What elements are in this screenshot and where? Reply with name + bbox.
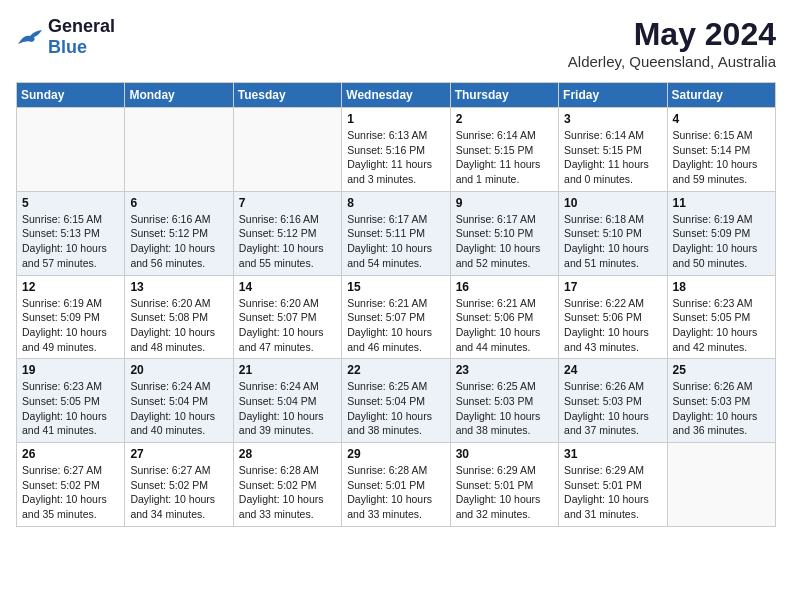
day-info: Sunrise: 6:25 AMSunset: 5:04 PMDaylight:… [347, 379, 444, 438]
table-row: 29Sunrise: 6:28 AMSunset: 5:01 PMDayligh… [342, 443, 450, 527]
logo-general: General [48, 16, 115, 36]
logo-text: General Blue [48, 16, 115, 58]
day-number: 30 [456, 447, 553, 461]
header-friday: Friday [559, 83, 667, 108]
calendar-header-row: Sunday Monday Tuesday Wednesday Thursday… [17, 83, 776, 108]
day-info: Sunrise: 6:21 AMSunset: 5:07 PMDaylight:… [347, 296, 444, 355]
day-number: 29 [347, 447, 444, 461]
day-number: 24 [564, 363, 661, 377]
day-info: Sunrise: 6:20 AMSunset: 5:07 PMDaylight:… [239, 296, 336, 355]
table-row: 22Sunrise: 6:25 AMSunset: 5:04 PMDayligh… [342, 359, 450, 443]
table-row: 31Sunrise: 6:29 AMSunset: 5:01 PMDayligh… [559, 443, 667, 527]
day-info: Sunrise: 6:23 AMSunset: 5:05 PMDaylight:… [22, 379, 119, 438]
day-info: Sunrise: 6:22 AMSunset: 5:06 PMDaylight:… [564, 296, 661, 355]
day-info: Sunrise: 6:24 AMSunset: 5:04 PMDaylight:… [239, 379, 336, 438]
day-info: Sunrise: 6:29 AMSunset: 5:01 PMDaylight:… [456, 463, 553, 522]
day-info: Sunrise: 6:20 AMSunset: 5:08 PMDaylight:… [130, 296, 227, 355]
calendar-week-row: 5Sunrise: 6:15 AMSunset: 5:13 PMDaylight… [17, 191, 776, 275]
table-row: 7Sunrise: 6:16 AMSunset: 5:12 PMDaylight… [233, 191, 341, 275]
main-title: May 2024 [568, 16, 776, 53]
table-row [233, 108, 341, 192]
calendar-week-row: 26Sunrise: 6:27 AMSunset: 5:02 PMDayligh… [17, 443, 776, 527]
day-number: 25 [673, 363, 770, 377]
day-number: 28 [239, 447, 336, 461]
header-sunday: Sunday [17, 83, 125, 108]
day-info: Sunrise: 6:15 AMSunset: 5:14 PMDaylight:… [673, 128, 770, 187]
table-row: 28Sunrise: 6:28 AMSunset: 5:02 PMDayligh… [233, 443, 341, 527]
day-number: 22 [347, 363, 444, 377]
table-row: 10Sunrise: 6:18 AMSunset: 5:10 PMDayligh… [559, 191, 667, 275]
day-number: 2 [456, 112, 553, 126]
table-row: 30Sunrise: 6:29 AMSunset: 5:01 PMDayligh… [450, 443, 558, 527]
day-number: 18 [673, 280, 770, 294]
day-number: 7 [239, 196, 336, 210]
day-info: Sunrise: 6:29 AMSunset: 5:01 PMDaylight:… [564, 463, 661, 522]
header-thursday: Thursday [450, 83, 558, 108]
table-row: 2Sunrise: 6:14 AMSunset: 5:15 PMDaylight… [450, 108, 558, 192]
day-number: 3 [564, 112, 661, 126]
day-number: 8 [347, 196, 444, 210]
day-number: 1 [347, 112, 444, 126]
day-info: Sunrise: 6:25 AMSunset: 5:03 PMDaylight:… [456, 379, 553, 438]
calendar-table: Sunday Monday Tuesday Wednesday Thursday… [16, 82, 776, 527]
logo: General Blue [16, 16, 115, 58]
logo-icon [16, 26, 44, 48]
table-row: 9Sunrise: 6:17 AMSunset: 5:10 PMDaylight… [450, 191, 558, 275]
day-info: Sunrise: 6:26 AMSunset: 5:03 PMDaylight:… [564, 379, 661, 438]
day-info: Sunrise: 6:21 AMSunset: 5:06 PMDaylight:… [456, 296, 553, 355]
day-number: 20 [130, 363, 227, 377]
day-info: Sunrise: 6:19 AMSunset: 5:09 PMDaylight:… [22, 296, 119, 355]
table-row [125, 108, 233, 192]
table-row: 26Sunrise: 6:27 AMSunset: 5:02 PMDayligh… [17, 443, 125, 527]
day-number: 5 [22, 196, 119, 210]
day-number: 9 [456, 196, 553, 210]
day-number: 26 [22, 447, 119, 461]
table-row: 20Sunrise: 6:24 AMSunset: 5:04 PMDayligh… [125, 359, 233, 443]
day-number: 10 [564, 196, 661, 210]
calendar-week-row: 19Sunrise: 6:23 AMSunset: 5:05 PMDayligh… [17, 359, 776, 443]
table-row: 3Sunrise: 6:14 AMSunset: 5:15 PMDaylight… [559, 108, 667, 192]
calendar-week-row: 12Sunrise: 6:19 AMSunset: 5:09 PMDayligh… [17, 275, 776, 359]
table-row: 13Sunrise: 6:20 AMSunset: 5:08 PMDayligh… [125, 275, 233, 359]
day-info: Sunrise: 6:14 AMSunset: 5:15 PMDaylight:… [564, 128, 661, 187]
day-info: Sunrise: 6:19 AMSunset: 5:09 PMDaylight:… [673, 212, 770, 271]
table-row: 27Sunrise: 6:27 AMSunset: 5:02 PMDayligh… [125, 443, 233, 527]
day-info: Sunrise: 6:27 AMSunset: 5:02 PMDaylight:… [130, 463, 227, 522]
day-number: 23 [456, 363, 553, 377]
day-info: Sunrise: 6:28 AMSunset: 5:01 PMDaylight:… [347, 463, 444, 522]
table-row: 4Sunrise: 6:15 AMSunset: 5:14 PMDaylight… [667, 108, 775, 192]
day-info: Sunrise: 6:16 AMSunset: 5:12 PMDaylight:… [239, 212, 336, 271]
table-row: 19Sunrise: 6:23 AMSunset: 5:05 PMDayligh… [17, 359, 125, 443]
header-monday: Monday [125, 83, 233, 108]
day-number: 14 [239, 280, 336, 294]
day-info: Sunrise: 6:26 AMSunset: 5:03 PMDaylight:… [673, 379, 770, 438]
table-row: 17Sunrise: 6:22 AMSunset: 5:06 PMDayligh… [559, 275, 667, 359]
day-number: 27 [130, 447, 227, 461]
day-info: Sunrise: 6:13 AMSunset: 5:16 PMDaylight:… [347, 128, 444, 187]
day-info: Sunrise: 6:17 AMSunset: 5:10 PMDaylight:… [456, 212, 553, 271]
day-info: Sunrise: 6:23 AMSunset: 5:05 PMDaylight:… [673, 296, 770, 355]
header-tuesday: Tuesday [233, 83, 341, 108]
logo-blue: Blue [48, 37, 87, 57]
day-number: 6 [130, 196, 227, 210]
day-number: 16 [456, 280, 553, 294]
day-info: Sunrise: 6:16 AMSunset: 5:12 PMDaylight:… [130, 212, 227, 271]
day-number: 31 [564, 447, 661, 461]
day-info: Sunrise: 6:28 AMSunset: 5:02 PMDaylight:… [239, 463, 336, 522]
day-number: 17 [564, 280, 661, 294]
table-row: 5Sunrise: 6:15 AMSunset: 5:13 PMDaylight… [17, 191, 125, 275]
table-row: 23Sunrise: 6:25 AMSunset: 5:03 PMDayligh… [450, 359, 558, 443]
day-number: 4 [673, 112, 770, 126]
table-row: 16Sunrise: 6:21 AMSunset: 5:06 PMDayligh… [450, 275, 558, 359]
table-row: 21Sunrise: 6:24 AMSunset: 5:04 PMDayligh… [233, 359, 341, 443]
header-saturday: Saturday [667, 83, 775, 108]
table-row [17, 108, 125, 192]
title-block: May 2024 Alderley, Queensland, Australia [568, 16, 776, 70]
table-row: 14Sunrise: 6:20 AMSunset: 5:07 PMDayligh… [233, 275, 341, 359]
day-info: Sunrise: 6:15 AMSunset: 5:13 PMDaylight:… [22, 212, 119, 271]
header-wednesday: Wednesday [342, 83, 450, 108]
day-number: 15 [347, 280, 444, 294]
day-number: 12 [22, 280, 119, 294]
day-info: Sunrise: 6:24 AMSunset: 5:04 PMDaylight:… [130, 379, 227, 438]
calendar-week-row: 1Sunrise: 6:13 AMSunset: 5:16 PMDaylight… [17, 108, 776, 192]
